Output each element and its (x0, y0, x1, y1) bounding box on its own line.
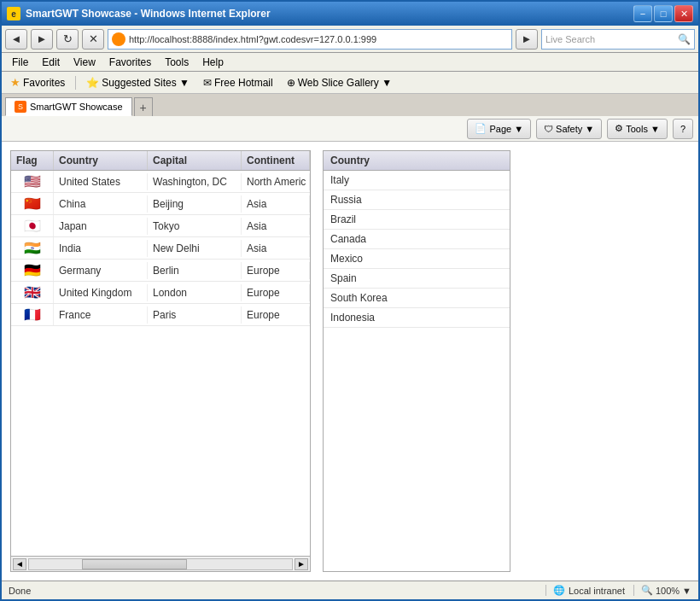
menu-favorites[interactable]: Favorites (102, 53, 158, 71)
menu-view[interactable]: View (67, 53, 102, 71)
cell-flag: 🇫🇷 (11, 304, 54, 325)
right-grid-header[interactable]: Country (324, 151, 510, 171)
col-header-country[interactable]: Country (54, 151, 148, 170)
cell-flag: 🇯🇵 (11, 215, 54, 236)
table-row[interactable]: 🇮🇳 India New Delhi Asia (11, 237, 310, 260)
tab-smartgwt[interactable]: S SmartGWT Showcase (5, 97, 132, 116)
tools-icon: ⚙ (615, 123, 623, 134)
list-item[interactable]: Italy (324, 171, 510, 190)
list-item[interactable]: Brazil (324, 210, 510, 230)
separator-1 (75, 76, 76, 90)
table-row[interactable]: 🇺🇸 United States Washington, DC North Am… (11, 171, 310, 193)
cell-country: United Kingdom (54, 284, 148, 301)
cell-capital: New Delhi (148, 240, 242, 257)
cell-capital: Washington, DC (148, 173, 242, 190)
table-row[interactable]: 🇨🇳 China Beijing Asia (11, 193, 310, 215)
tab-favicon: S (15, 101, 26, 113)
scroll-thumb[interactable] (82, 559, 187, 569)
help-button[interactable]: ? (673, 119, 693, 139)
refresh-button[interactable]: ↻ (56, 29, 79, 50)
fav-web-slice-gallery[interactable]: ⊕ Web Slice Gallery ▼ (283, 75, 395, 90)
table-row[interactable]: 🇩🇪 Germany Berlin Europe (11, 260, 310, 282)
horizontal-scrollbar[interactable]: ◄ ► (11, 556, 310, 571)
favorites-button[interactable]: ★ Favorites (7, 74, 68, 90)
cell-country: China (54, 195, 148, 213)
zone-label: Local intranet (569, 586, 625, 596)
page-button[interactable]: 📄 Page ▼ (467, 119, 531, 139)
go-button[interactable]: ► (516, 29, 538, 50)
scroll-track[interactable] (28, 558, 293, 570)
list-item[interactable]: Russia (324, 190, 510, 210)
zone-icon: 🌐 (553, 585, 565, 596)
favorites-bar: ★ Favorites ⭐ Suggested Sites ▼ ✉ Free H… (2, 72, 698, 94)
cell-country: Japan (54, 218, 148, 235)
left-grid-header: Flag Country Capital Continent (11, 151, 310, 171)
cell-flag: 🇩🇪 (11, 260, 54, 281)
list-item[interactable]: Canada (324, 230, 510, 249)
fav-suggested-sites[interactable]: ⭐ Suggested Sites ▼ (83, 75, 193, 90)
cell-continent: Asia (242, 240, 310, 257)
favorites-label: Favorites (23, 77, 65, 89)
zoom-icon: 🔍 (641, 585, 653, 596)
cell-flag: 🇮🇳 (11, 237, 54, 259)
tools-label: Tools ▼ (626, 124, 660, 134)
web-slice-icon: ⊕ (287, 77, 295, 89)
forward-button[interactable]: ► (31, 29, 53, 50)
content-area: Flag Country Capital Continent 🇺🇸 United… (2, 142, 698, 581)
fav-free-hotmail[interactable]: ✉ Free Hotmail (200, 75, 277, 90)
right-grid-body: ItalyRussiaBrazilCanadaMexicoSpainSouth … (324, 171, 510, 571)
table-row[interactable]: 🇬🇧 United Kingdom London Europe (11, 282, 310, 304)
window-title: SmartGWT Showcase - Windows Internet Exp… (26, 8, 271, 20)
table-row[interactable]: 🇯🇵 Japan Tokyo Asia (11, 215, 310, 237)
scroll-right-button[interactable]: ► (295, 558, 308, 570)
search-icon: 🔍 (678, 33, 691, 45)
list-item[interactable]: South Korea (324, 289, 510, 308)
menu-edit[interactable]: Edit (35, 53, 67, 71)
col-header-capital[interactable]: Capital (148, 151, 242, 170)
cell-country: United States (54, 173, 148, 190)
zoom-control[interactable]: 🔍 100% ▼ (633, 585, 691, 596)
menu-file[interactable]: File (5, 53, 35, 71)
menu-bar: File Edit View Favorites Tools Help (2, 53, 698, 72)
cell-country: Germany (54, 262, 148, 279)
tools-button[interactable]: ⚙ Tools ▼ (607, 119, 668, 139)
scroll-left-button[interactable]: ◄ (13, 558, 26, 570)
left-grid: Flag Country Capital Continent 🇺🇸 United… (10, 150, 311, 572)
safety-button[interactable]: 🛡 Safety ▼ (536, 119, 602, 139)
restore-button[interactable]: □ (654, 5, 673, 22)
search-box[interactable]: Live Search 🔍 (541, 29, 695, 50)
cell-continent: Asia (242, 218, 310, 235)
url-text[interactable]: http://localhost:8888/index.html?gwt.cod… (129, 34, 376, 44)
close-button[interactable]: ✕ (674, 5, 693, 22)
stop-button[interactable]: ✕ (82, 29, 104, 50)
new-tab-button[interactable]: + (134, 97, 153, 116)
cell-continent: Europe (242, 284, 310, 301)
hotmail-icon: ✉ (203, 77, 212, 89)
safety-label: Safety ▼ (556, 124, 594, 134)
col-header-flag[interactable]: Flag (11, 151, 54, 170)
cell-country: France (54, 306, 148, 324)
cell-continent: Asia (242, 195, 310, 213)
menu-help[interactable]: Help (195, 53, 230, 71)
title-bar: e SmartGWT Showcase - Windows Internet E… (2, 2, 698, 26)
cell-flag: 🇨🇳 (11, 193, 54, 214)
list-item[interactable]: Indonesia (324, 308, 510, 328)
search-input[interactable]: Live Search (545, 34, 678, 44)
cell-continent: Europe (242, 262, 310, 279)
suggested-sites-icon: ⭐ (86, 77, 99, 89)
page-icon: 📄 (475, 123, 487, 134)
zoom-chevron: ▼ (682, 586, 691, 596)
list-item[interactable]: Spain (324, 269, 510, 289)
col-header-continent[interactable]: Continent (242, 151, 310, 170)
back-button[interactable]: ◄ (5, 29, 27, 50)
browser-icon: e (7, 7, 20, 20)
list-item[interactable]: Mexico (324, 249, 510, 269)
right-grid: Country ItalyRussiaBrazilCanadaMexicoSpa… (323, 150, 510, 572)
menu-tools[interactable]: Tools (158, 53, 195, 71)
status-zone: 🌐 Local intranet (545, 585, 625, 596)
minimize-button[interactable]: − (633, 5, 652, 22)
status-text: Done (9, 586, 537, 596)
left-grid-body: 🇺🇸 United States Washington, DC North Am… (11, 171, 310, 556)
table-row[interactable]: 🇫🇷 France Paris Europe (11, 304, 310, 326)
cell-capital: Paris (148, 306, 242, 324)
